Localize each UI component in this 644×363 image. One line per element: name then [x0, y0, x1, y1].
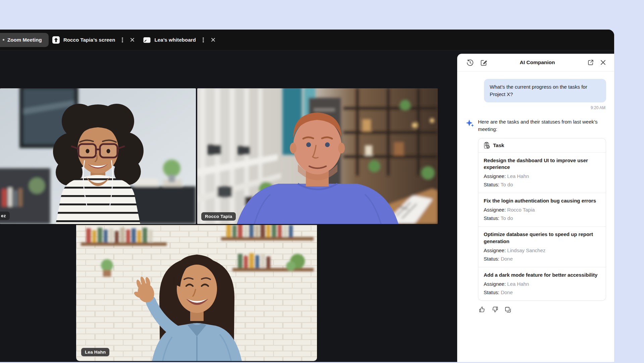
meeting-camera-icon — [3, 39, 4, 41]
task-clipboard-icon — [484, 142, 490, 149]
video-tile-rocco[interactable]: Rocco Tapia — [197, 88, 438, 224]
message-timestamp: 9:20 AM — [465, 105, 606, 110]
new-chat-icon[interactable] — [480, 59, 487, 66]
task-assignee: Assignee: Lea Hahn — [484, 173, 600, 179]
name-tag: ez — [0, 212, 10, 220]
tab-lea-whiteboard-label: Lea’s whiteboard — [154, 37, 196, 43]
task-status: Status: Done — [484, 256, 600, 262]
open-external-icon[interactable] — [587, 59, 594, 66]
copy-icon[interactable] — [504, 306, 512, 313]
ai-companion-panel: AI Companion What’s the current progress… — [457, 54, 614, 362]
lea-video-feed — [76, 225, 317, 361]
task-assignee: Assignee: Lindsay Sanchez — [484, 247, 600, 254]
task-status: Status: To do — [484, 182, 600, 188]
close-tab-icon[interactable] — [130, 37, 135, 42]
task-assignee: Assignee: Rocco Tapia — [484, 207, 600, 213]
tab-rocco-screen[interactable]: Rocco Tapia’s screen — [49, 33, 119, 47]
lindsay-video-feed — [0, 88, 196, 224]
response-feedback-bar — [478, 306, 606, 313]
task-title: Add a dark mode feature for better acces… — [484, 272, 600, 278]
ai-response-text: Here are the tasks and their statuses fr… — [478, 118, 606, 133]
rocco-video-feed — [197, 88, 438, 224]
task-card: Task Redesign the dashboard UI to improv… — [478, 138, 606, 301]
lindsay-figure — [53, 104, 144, 224]
task-row: Redesign the dashboard UI to improve use… — [478, 153, 606, 193]
task-card-header: Task — [478, 138, 606, 153]
tab-zoom-meeting-label: Zoom Meeting — [7, 37, 42, 43]
task-assignee: Assignee: Lea Hahn — [484, 281, 600, 287]
name-tag: Rocco Tapia — [201, 212, 236, 221]
thumbs-down-icon[interactable] — [491, 306, 499, 313]
task-row: Optimize database queries to speed up re… — [478, 227, 606, 267]
share-screen-icon — [52, 36, 60, 44]
more-options-icon[interactable] — [120, 37, 125, 43]
thumbs-up-icon[interactable] — [478, 306, 486, 313]
ai-chat-area: What’s the current progress on the tasks… — [457, 72, 614, 362]
tab-rocco-screen-label: Rocco Tapia’s screen — [63, 37, 115, 43]
more-options-icon[interactable] — [201, 37, 206, 43]
task-row: Add a dark mode feature for better acces… — [478, 267, 606, 301]
history-icon[interactable] — [467, 59, 474, 66]
task-title: Fix the login authentication bug causing… — [484, 197, 600, 204]
tab-lea-whiteboard[interactable]: Lea’s whiteboard — [140, 33, 199, 47]
task-status: Status: Done — [484, 289, 600, 296]
ai-response: Here are the tasks and their statuses fr… — [465, 118, 606, 314]
user-message-bubble: What’s the current progress on the tasks… — [484, 79, 606, 102]
video-tile-lindsay[interactable]: ez — [0, 88, 196, 224]
tab-zoom-meeting[interactable]: Zoom Meeting — [0, 33, 49, 47]
ai-companion-header: AI Companion — [457, 54, 614, 72]
task-title: Redesign the dashboard UI to improve use… — [484, 157, 600, 171]
task-row: Fix the login authentication bug causing… — [478, 193, 606, 227]
whiteboard-icon — [143, 36, 151, 44]
meeting-tab-bar: Zoom Meeting Rocco Tapia’s screen Lea’s … — [0, 30, 614, 50]
video-tile-lea[interactable]: Lea Hahn — [76, 225, 317, 361]
close-tab-icon[interactable] — [211, 37, 216, 42]
close-icon[interactable] — [600, 59, 606, 65]
task-status: Status: To do — [484, 215, 600, 221]
task-card-title: Task — [493, 142, 504, 148]
name-tag: Lea Hahn — [81, 348, 109, 356]
task-title: Optimize database queries to speed up re… — [484, 231, 600, 245]
panel-title: AI Companion — [487, 59, 587, 65]
ai-sparkle-icon — [465, 119, 474, 128]
